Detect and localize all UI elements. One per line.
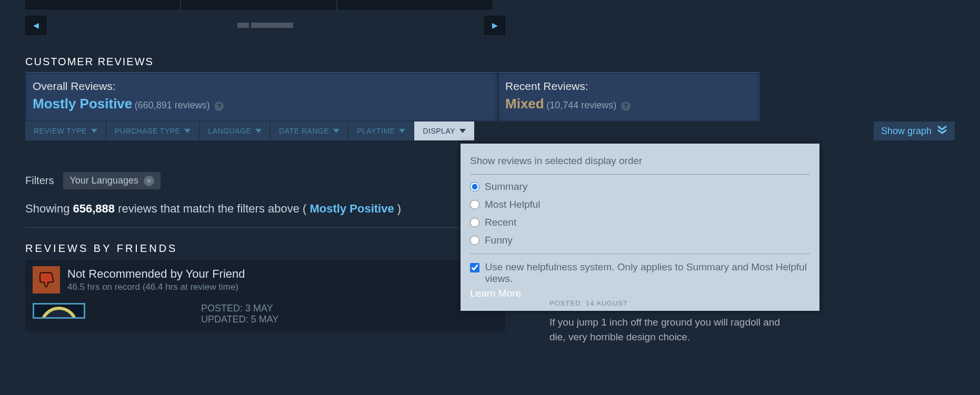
radio-label: Funny bbox=[485, 235, 513, 246]
radio-recent[interactable]: Recent bbox=[470, 217, 810, 228]
show-graph-label: Show graph bbox=[881, 126, 932, 137]
filter-playtime[interactable]: PLAYTIME bbox=[348, 121, 414, 140]
radio-input[interactable] bbox=[470, 236, 479, 245]
filter-language[interactable]: LANGUAGE bbox=[199, 121, 271, 140]
radio-most-helpful[interactable]: Most Helpful bbox=[470, 199, 810, 210]
results-rating: Mostly Positive bbox=[310, 202, 394, 215]
close-icon[interactable]: ✕ bbox=[144, 176, 154, 186]
recent-count: (10,744 reviews) bbox=[546, 100, 616, 110]
carousel-card[interactable] bbox=[338, 0, 492, 9]
radio-input[interactable] bbox=[470, 182, 479, 191]
radio-funny[interactable]: Funny bbox=[470, 235, 810, 246]
chevron-down-icon bbox=[255, 129, 262, 133]
carousel-thumbnails bbox=[25, 0, 955, 9]
carousel-page-dot[interactable] bbox=[251, 23, 293, 28]
review-snippet: POSTED: 14 AUGUST If you jump 1 inch off… bbox=[549, 296, 786, 345]
carousel-nav: ◀ ▶ bbox=[25, 13, 505, 35]
info-icon[interactable]: ? bbox=[621, 102, 631, 111]
filter-label: PURCHASE TYPE bbox=[115, 127, 181, 135]
friend-avatar[interactable] bbox=[33, 303, 85, 319]
carousel-card[interactable] bbox=[25, 0, 179, 9]
checkbox-label: Use new helpfulness system. Only applies… bbox=[485, 261, 810, 285]
recent-reviews-label: Recent Reviews: bbox=[505, 80, 751, 93]
display-options-popup: Show reviews in selected display order S… bbox=[461, 144, 819, 311]
recent-reviews-box: Recent Reviews: Mixed (10,744 reviews) ? bbox=[498, 72, 760, 121]
helpfulness-checkbox-row[interactable]: Use new helpfulness system. Only applies… bbox=[470, 261, 810, 285]
customer-reviews-header: CUSTOMER REVIEWS bbox=[25, 56, 955, 68]
radio-input[interactable] bbox=[470, 200, 479, 209]
posted-date: POSTED: 3 MAY bbox=[201, 303, 278, 314]
filter-review-type[interactable]: REVIEW TYPE bbox=[25, 121, 106, 140]
carousel-page-dot[interactable] bbox=[237, 23, 249, 28]
checkbox-input[interactable] bbox=[470, 262, 479, 273]
overall-reviews-label: Overall Reviews: bbox=[33, 80, 488, 93]
chevron-down-icon bbox=[459, 129, 466, 133]
friend-review-hours: 46.5 hrs on record (46.4 hrs at review t… bbox=[67, 282, 245, 292]
carousel-prev[interactable]: ◀ bbox=[25, 16, 46, 35]
chevron-down-icon bbox=[184, 129, 191, 133]
filter-purchase-type[interactable]: PURCHASE TYPE bbox=[106, 121, 200, 140]
radio-input[interactable] bbox=[470, 218, 479, 227]
results-count: 656,888 bbox=[73, 202, 115, 215]
carousel-pager bbox=[237, 23, 293, 28]
chevron-down-icon bbox=[399, 129, 405, 133]
filter-label: REVIEW TYPE bbox=[34, 127, 87, 135]
overall-rating: Mostly Positive bbox=[33, 96, 132, 112]
filter-date-range[interactable]: DATE RANGE bbox=[271, 121, 348, 140]
filter-tab-row: REVIEW TYPE PURCHASE TYPE LANGUAGE DATE … bbox=[25, 121, 955, 140]
snippet-posted-date: POSTED: 14 AUGUST bbox=[549, 296, 786, 311]
thumbs-down-icon bbox=[33, 266, 60, 293]
review-dates: POSTED: 3 MAY UPDATED: 5 MAY bbox=[201, 303, 278, 325]
friend-review-card: Not Recommended by Your Friend 46.5 hrs … bbox=[25, 260, 505, 331]
filter-label: DISPLAY bbox=[423, 127, 455, 135]
overall-count: (660,891 reviews) bbox=[135, 100, 210, 110]
radio-label: Most Helpful bbox=[485, 199, 541, 210]
chevron-down-icon bbox=[91, 129, 97, 133]
chip-label: Your Languages bbox=[69, 175, 138, 186]
show-graph-button[interactable]: Show graph bbox=[874, 121, 955, 140]
friend-review-title: Not Recommended by Your Friend bbox=[67, 267, 245, 281]
filters-label: Filters bbox=[25, 175, 54, 187]
overall-reviews-box: Overall Reviews: Mostly Positive (660,89… bbox=[25, 72, 497, 121]
updated-date: UPDATED: 5 MAY bbox=[201, 314, 278, 325]
recent-rating: Mixed bbox=[505, 96, 544, 112]
snippet-body: If you jump 1 inch off the ground you wi… bbox=[549, 315, 786, 345]
radio-label: Summary bbox=[485, 181, 527, 193]
radio-summary[interactable]: Summary bbox=[470, 181, 810, 193]
chevron-down-icon bbox=[333, 129, 339, 133]
carousel-next[interactable]: ▶ bbox=[484, 16, 505, 35]
filter-label: LANGUAGE bbox=[208, 127, 251, 135]
chevron-down-double-icon bbox=[937, 125, 947, 137]
filter-label: DATE RANGE bbox=[279, 127, 329, 135]
filter-chip-your-languages[interactable]: Your Languages ✕ bbox=[63, 172, 160, 189]
popup-header: Show reviews in selected display order bbox=[470, 155, 810, 175]
radio-label: Recent bbox=[485, 217, 516, 228]
info-icon[interactable]: ? bbox=[214, 102, 224, 111]
carousel-card[interactable] bbox=[182, 0, 336, 9]
filter-display[interactable]: DISPLAY bbox=[414, 121, 475, 140]
filter-label: PLAYTIME bbox=[357, 127, 395, 135]
